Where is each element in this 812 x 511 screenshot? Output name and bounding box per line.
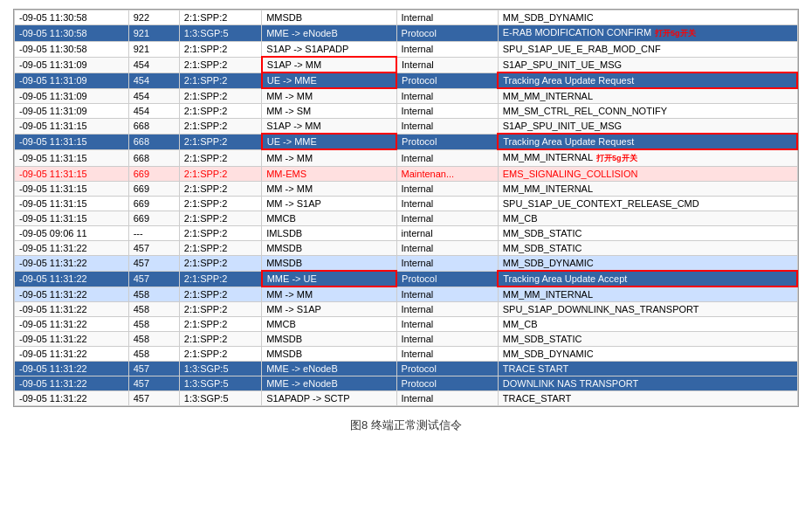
table-cell: -09-05 11:31:22 [15, 287, 129, 302]
table-row: -09-05 11:31:224571:3:SGP:5MME -> eNodeB… [15, 362, 798, 376]
table-cell: Internal [396, 57, 498, 73]
table-cell: 668 [128, 119, 179, 135]
table-cell: MM_SM_CTRL_REL_CONN_NOTIFY [498, 104, 797, 119]
table-cell: 2:1:SPP:2 [179, 271, 261, 287]
table-cell: IMLSDB [262, 226, 396, 241]
table-row: -09-05 11:31:224572:1:SPP:2MME -> UEProt… [15, 271, 798, 287]
table-cell: MM_SDB_DYNAMIC [498, 347, 797, 362]
table-cell: -09-05 11:31:22 [15, 332, 129, 347]
table-row: -09-05 11:30:589212:1:SPP:2S1AP -> S1APA… [15, 42, 798, 58]
table-cell: 457 [128, 391, 179, 406]
table-cell: 669 [128, 197, 179, 211]
table-cell: MMCB [262, 211, 396, 226]
table-cell: 457 [128, 271, 179, 287]
table-cell: MM-EMS [262, 167, 396, 182]
table-cell: S1APADP -> SCTP [262, 391, 396, 406]
table-cell: MMSDB [262, 347, 396, 362]
table-row: -09-05 11:31:224582:1:SPP:2MMSDBInternal… [15, 347, 798, 362]
table-cell: 1:3:SGP:5 [179, 391, 261, 406]
table-row: -09-05 11:31:156682:1:SPP:2MM -> MMInter… [15, 149, 798, 167]
table-cell: -09-05 11:31:09 [15, 104, 129, 119]
table-cell: MME -> eNodeB [262, 25, 396, 42]
table-cell: Internal [396, 241, 498, 256]
table-cell: Protocol [396, 25, 498, 42]
table-cell: Internal [396, 149, 498, 167]
table-cell: -09-05 11:31:15 [15, 167, 129, 182]
table-cell: 2:1:SPP:2 [179, 57, 261, 73]
table-cell: MM_MM_INTERNAL打开5g开关 [498, 149, 797, 167]
table-cell: E-RAB MODIFICATION CONFIRM打开5g开关 [498, 25, 797, 42]
table-cell: SPU_S1AP_DOWNLINK_NAS_TRANSPORT [498, 302, 797, 317]
table-cell: 454 [128, 73, 179, 88]
table-cell: 2:1:SPP:2 [179, 88, 261, 104]
table-row: -09-05 11:31:156692:1:SPP:2MM -> S1APInt… [15, 197, 798, 211]
table-cell: 2:1:SPP:2 [179, 241, 261, 256]
table-cell: 2:1:SPP:2 [179, 302, 261, 317]
table-cell: 921 [128, 42, 179, 58]
table-cell: 669 [128, 167, 179, 182]
table-cell: Internal [396, 88, 498, 104]
table-cell: MM -> MM [262, 149, 396, 167]
table-row: -09-05 11:31:156692:1:SPP:2MM-EMSMainten… [15, 167, 798, 182]
table-cell: 2:1:SPP:2 [179, 73, 261, 88]
table-cell: 2:1:SPP:2 [179, 167, 261, 182]
table-cell: 2:1:SPP:2 [179, 104, 261, 119]
table-cell: 458 [128, 287, 179, 302]
table-cell: SPU_S1AP_UE_E_RAB_MOD_CNF [498, 42, 797, 58]
table-row: -09-05 11:30:589222:1:SPP:2MMSDBInternal… [15, 10, 798, 25]
table-cell: 2:1:SPP:2 [179, 10, 261, 25]
table-cell: Internal [396, 332, 498, 347]
table-cell: -09-05 11:31:15 [15, 211, 129, 226]
table-cell: 2:1:SPP:2 [179, 182, 261, 197]
caption-text: 图8 终端正常测试信令 [350, 418, 462, 432]
table-cell: S1AP_SPU_INIT_UE_MSG [498, 57, 797, 73]
table-cell: -09-05 11:30:58 [15, 10, 129, 25]
annotation-text: 打开5g开关 [596, 154, 637, 162]
table-cell: -09-05 11:31:22 [15, 241, 129, 256]
table-cell: Internal [396, 302, 498, 317]
table-row: -09-05 11:31:224582:1:SPP:2MMSDBInternal… [15, 332, 798, 347]
table-cell: -09-05 11:30:58 [15, 25, 129, 42]
table-row: -09-05 11:31:094542:1:SPP:2S1AP -> MMInt… [15, 57, 798, 73]
table-cell: -09-05 11:31:09 [15, 88, 129, 104]
table-cell: 2:1:SPP:2 [179, 134, 261, 149]
table-cell: MM -> MM [262, 182, 396, 197]
table-cell: 457 [128, 256, 179, 272]
table-cell: UE -> MME [262, 134, 396, 149]
table-cell: MME -> eNodeB [262, 362, 396, 376]
table-cell: -09-05 11:31:15 [15, 149, 129, 167]
table-cell: 669 [128, 182, 179, 197]
table-cell: Internal [396, 10, 498, 25]
table-cell: Internal [396, 197, 498, 211]
table-cell: S1AP -> MM [262, 57, 396, 73]
table-row: -09-05 11:31:224582:1:SPP:2MM -> S1APInt… [15, 302, 798, 317]
table-cell: SPU_S1AP_UE_CONTEXT_RELEASE_CMD [498, 197, 797, 211]
table-cell: Internal [396, 391, 498, 406]
table-cell: Protocol [396, 362, 498, 376]
table-cell: MM -> SM [262, 104, 396, 119]
table-cell: 2:1:SPP:2 [179, 197, 261, 211]
table-row: -09-05 11:31:224571:3:SGP:5S1APADP -> SC… [15, 391, 798, 406]
table-row: -09-05 11:30:589211:3:SGP:5MME -> eNodeB… [15, 25, 798, 42]
table-cell: MM -> MM [262, 88, 396, 104]
table-row: -09-05 11:31:156682:1:SPP:2UE -> MMEProt… [15, 134, 798, 149]
table-cell: 458 [128, 347, 179, 362]
table-cell: Tracking Area Update Accept [498, 271, 797, 287]
table-cell: 668 [128, 134, 179, 149]
table-cell: MM_SDB_DYNAMIC [498, 10, 797, 25]
table-cell: MMSDB [262, 256, 396, 272]
table-cell: 454 [128, 88, 179, 104]
table-cell: 2:1:SPP:2 [179, 347, 261, 362]
table-cell: 458 [128, 332, 179, 347]
table-row: -09-05 11:31:156682:1:SPP:2S1AP -> MMInt… [15, 119, 798, 135]
table-cell: Tracking Area Update Request [498, 134, 797, 149]
table-cell: 2:1:SPP:2 [179, 256, 261, 272]
table-cell: MMCB [262, 317, 396, 332]
table-cell: S1AP_SPU_INIT_UE_MSG [498, 119, 797, 135]
table-cell: MME -> eNodeB [262, 376, 396, 391]
table-cell: -09-05 11:31:09 [15, 73, 129, 88]
table-cell: -09-05 11:31:22 [15, 317, 129, 332]
table-cell: Protocol [396, 134, 498, 149]
table-cell: 454 [128, 57, 179, 73]
table-cell: 669 [128, 211, 179, 226]
